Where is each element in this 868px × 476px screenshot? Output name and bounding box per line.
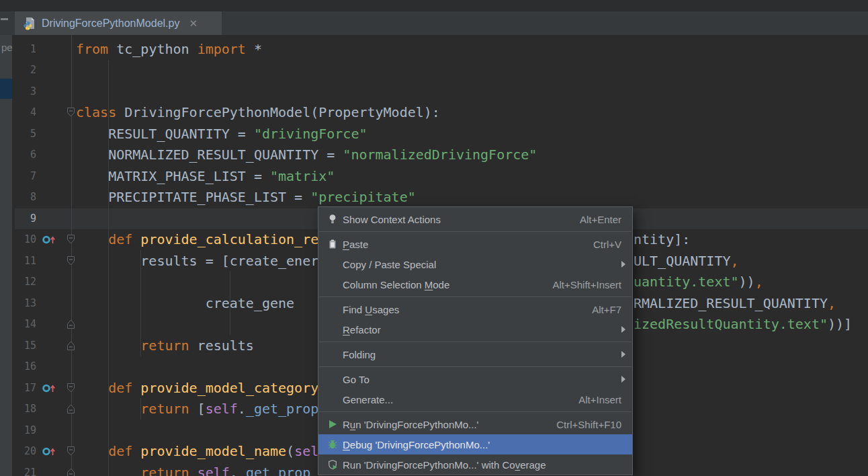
code-line-1[interactable]: 1from tc_python import *: [15, 39, 868, 61]
menu-item-find-usages[interactable]: Find UsagesAlt+F7: [318, 299, 632, 319]
line-number[interactable]: 5: [15, 124, 36, 145]
project-panel-sliver[interactable]: pe: [0, 35, 12, 476]
code-token: "matrix": [270, 168, 335, 184]
line-number[interactable]: 11: [15, 251, 36, 272]
fold-down-icon[interactable]: [67, 234, 75, 245]
editor-tab[interactable]: DrivingForcePythonModel.py ✕: [15, 11, 222, 35]
code-token: izedResultQuantity.text": [634, 316, 828, 332]
paste-icon: [318, 239, 343, 249]
line-number[interactable]: 21: [15, 463, 36, 476]
line-number[interactable]: 4: [15, 102, 36, 124]
menu-item-show-context-actions[interactable]: Show Context ActionsAlt+Enter: [318, 209, 632, 229]
line-number[interactable]: 19: [15, 420, 36, 442]
line-number[interactable]: 9: [15, 208, 36, 230]
code-line-8[interactable]: 8 PRECIPITATE_PHASE_LIST = "precipitate": [15, 187, 868, 208]
menu-item-label: Show Context Actions: [343, 214, 441, 225]
menu-item-label: Copy / Paste Special: [343, 259, 436, 270]
override-marker-icon[interactable]: [42, 234, 56, 245]
fold-down-icon[interactable]: [67, 446, 75, 457]
code-token: [76, 338, 140, 354]
line-number[interactable]: 18: [15, 399, 36, 420]
run-icon: [318, 419, 343, 430]
menu-item-go-to[interactable]: Go To: [318, 369, 632, 389]
code-token: return: [140, 465, 189, 476]
line-number[interactable]: 3: [15, 81, 36, 103]
menu-shortcut: Alt+F7: [592, 304, 632, 315]
code-token: NORMALIZED_RESULT_QUANTITY =: [76, 147, 343, 163]
run-icon: [327, 419, 338, 430]
fold-up-icon[interactable]: [67, 467, 75, 476]
line-number[interactable]: 10: [15, 229, 36, 251]
code-token: *: [246, 41, 262, 57]
menu-item-debug[interactable]: Debug 'DrivingForcePythonMo...': [318, 434, 632, 454]
fold-down-icon[interactable]: [67, 383, 75, 393]
menu-item-label: Folding: [343, 349, 376, 360]
fold-up-icon[interactable]: [67, 403, 75, 414]
fold-down-icon[interactable]: [67, 107, 75, 118]
menu-shortcut: Ctrl+Shift+F10: [556, 419, 632, 430]
line-number[interactable]: 15: [15, 335, 36, 357]
pycharm-window: DrivingForcePythonModel.py ✕ pe 1from tc…: [0, 0, 868, 476]
line-number[interactable]: 20: [15, 441, 36, 463]
project-panel-clipped-text: pe: [1, 42, 13, 53]
tab-close-icon[interactable]: ✕: [189, 18, 198, 28]
code-token: [: [189, 401, 206, 417]
submenu-arrow-icon: [621, 261, 625, 268]
line-number[interactable]: 7: [15, 166, 36, 188]
code-token: [76, 465, 140, 476]
menu-item-folding[interactable]: Folding: [318, 344, 632, 364]
menu-item-run[interactable]: Run 'DrivingForcePythonMo...'Ctrl+Shift+…: [318, 414, 632, 434]
code-token: ,: [828, 295, 836, 311]
code-line-2[interactable]: 2: [15, 60, 868, 81]
code-line-5[interactable]: 5 RESULT_QUANTITY = "drivingForce": [15, 124, 868, 145]
code-line-3[interactable]: 3: [15, 81, 868, 103]
line-number[interactable]: 12: [15, 272, 36, 293]
code-token: MATRIX_PHASE_LIST =: [76, 168, 270, 184]
code-token: from: [76, 41, 108, 57]
tab-bar-top-strip: [0, 0, 868, 11]
line-number[interactable]: 14: [15, 314, 36, 335]
menu-item-copy-paste-special[interactable]: Copy / Paste Special: [318, 254, 632, 274]
code-fragment-line-10[interactable]: ntity]:: [634, 229, 690, 251]
code-fragment-line-12[interactable]: uantity.text")),: [634, 272, 763, 293]
line-number[interactable]: 17: [15, 378, 36, 399]
line-number[interactable]: 1: [15, 39, 36, 61]
line-number[interactable]: 2: [15, 60, 36, 81]
menu-item-label: Refactor: [343, 324, 381, 335]
submenu-arrow-icon: [621, 326, 625, 333]
code-line-6[interactable]: 6 NORMALIZED_RESULT_QUANTITY = "normaliz…: [15, 145, 868, 166]
code-token: [76, 401, 140, 417]
tab-bar: DrivingForcePythonModel.py ✕: [0, 0, 868, 35]
line-number[interactable]: 6: [15, 145, 36, 166]
code-token: ))]: [828, 316, 852, 332]
code-fragment-line-14[interactable]: izedResultQuantity.text"))]: [634, 314, 852, 335]
code-token: "drivingForce": [254, 126, 367, 142]
menu-item-run-with-coverage[interactable]: Run 'DrivingForcePythonMo...' with Cover…: [318, 454, 632, 475]
menu-item-refactor[interactable]: Refactor: [318, 319, 632, 340]
code-token: return: [140, 338, 189, 354]
line-number[interactable]: 13: [15, 293, 36, 315]
menu-shortcut: Alt+Shift+Insert: [552, 279, 632, 290]
code-fragment-line-11[interactable]: ULT_QUANTITY,: [634, 251, 739, 272]
line-number[interactable]: 16: [15, 356, 36, 378]
override-marker-icon[interactable]: [42, 446, 56, 457]
code-token: _get_prop: [246, 401, 318, 417]
menu-shortcut: Alt+Enter: [580, 214, 632, 225]
code-token: [132, 231, 140, 247]
menu-item-column-selection-mode[interactable]: Column Selection ModeAlt+Shift+Insert: [318, 274, 632, 294]
fold-up-icon[interactable]: [67, 340, 75, 351]
code-fragment-line-13[interactable]: RMALIZED_RESULT_QUANTITY,: [634, 293, 836, 315]
menu-item-label: Run 'DrivingForcePythonMo...': [343, 419, 478, 430]
menu-separator: [319, 231, 632, 232]
fold-up-icon[interactable]: [67, 319, 75, 329]
line-number[interactable]: 8: [15, 187, 36, 208]
menu-item-generate[interactable]: Generate...Alt+Insert: [318, 389, 632, 409]
code-line-4[interactable]: 4class DrivingForcePythonModel(PropertyM…: [15, 102, 868, 124]
menu-item-paste[interactable]: PasteCtrl+V: [318, 234, 632, 254]
code-token: self: [206, 401, 238, 417]
fold-down-icon[interactable]: [67, 255, 75, 266]
menu-item-label: Column Selection Mode: [343, 279, 449, 290]
override-marker-icon[interactable]: [42, 383, 56, 394]
project-panel-selection[interactable]: [0, 79, 12, 99]
code-line-7[interactable]: 7 MATRIX_PHASE_LIST = "matrix": [15, 166, 868, 188]
